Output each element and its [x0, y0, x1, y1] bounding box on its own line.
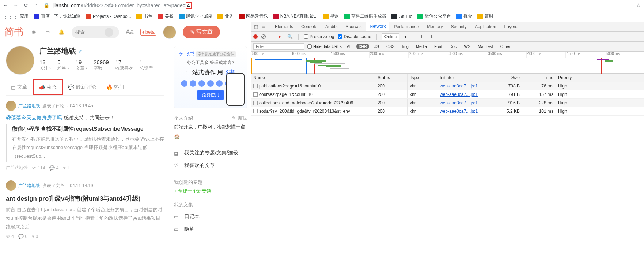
initiator-link[interactable]: web-aae3ca7....js:1	[440, 92, 478, 97]
feed-author[interactable]: 广兰路地铁	[18, 183, 40, 189]
search-box[interactable]	[72, 26, 119, 38]
forward-icon[interactable]: →	[12, 2, 19, 9]
site-logo[interactable]: 简书	[4, 26, 23, 38]
preserve-log-checkbox[interactable]: Preserve log	[304, 34, 334, 39]
bookmark-item[interactable]: 百度一下，你就知道	[34, 13, 80, 19]
back-icon[interactable]: ←	[2, 2, 9, 9]
col-time[interactable]: Time	[522, 74, 556, 82]
font-size-icon[interactable]: Aa	[126, 28, 134, 36]
stat-follow[interactable]: 13关注 ›	[39, 59, 51, 71]
bookmark-item[interactable]: 草料二维码生成器	[344, 13, 386, 19]
initiator-link[interactable]: web-aae3ca7....js:1	[440, 83, 478, 89]
user-avatar[interactable]	[163, 26, 176, 39]
stat-fans[interactable]: 5粉丝 ›	[57, 59, 69, 71]
tab-performance[interactable]: Performance	[390, 22, 423, 31]
reload-icon[interactable]: ⟳	[23, 2, 29, 9]
filter-icon[interactable]: ▼	[276, 33, 283, 40]
tab-comments[interactable]: 💬最新评论	[63, 79, 101, 95]
filter-ws[interactable]: WS	[462, 44, 473, 49]
chevron-down-icon[interactable]: ▼	[403, 34, 408, 39]
filter-doc[interactable]: Doc	[447, 44, 459, 49]
bookmark-item[interactable]: GitHub	[391, 14, 412, 19]
ad-card[interactable]: ✈ 飞书 字节跳动旗下办公套件 办公工具多 管理成本高? 一站式协作 用飞书 免…	[174, 46, 247, 108]
home-icon[interactable]: 🏠	[174, 134, 180, 139]
tab-activity[interactable]: 📣动态	[33, 79, 63, 95]
search-icon[interactable]	[105, 28, 113, 37]
bookmark-item[interactable]: 暂时	[477, 13, 493, 19]
filter-css[interactable]: CSS	[384, 44, 397, 49]
stat-articles[interactable]: 19文章 ›	[76, 59, 87, 71]
wenji-item[interactable]: ▭随笔	[174, 223, 247, 235]
bookmark-item[interactable]: 微信公众平台	[417, 13, 451, 19]
col-name[interactable]: Name	[251, 74, 375, 82]
feed-avatar[interactable]	[6, 180, 16, 191]
bookmark-item[interactable]: 网易云音乐	[239, 13, 268, 19]
tab-memory[interactable]: Memory	[423, 22, 446, 31]
bookmark-item[interactable]: Projects · Dashbo...	[86, 14, 131, 19]
filter-all[interactable]: All	[345, 44, 353, 49]
bookmark-item[interactable]: 美餐	[158, 13, 174, 19]
tab-console[interactable]: Console	[298, 22, 321, 31]
hide-data-checkbox[interactable]: Hide data URLs	[307, 44, 342, 49]
bookmark-item[interactable]: 业务	[217, 13, 234, 19]
table-row[interactable]: sodar?sv=200&tid=gda&tv=r20200413&st=env…	[251, 107, 644, 116]
bell-icon[interactable]: 🔔	[58, 29, 65, 36]
feed-title[interactable]: ant design pro升级v4指南(附umi3与antd4升级)	[6, 194, 164, 203]
side-followed[interactable]: ▦我关注的专题/文集/连载	[174, 147, 247, 159]
table-row[interactable]: collections_and_notebooks?slug=ddd82379f…	[251, 99, 644, 107]
inspect-icon[interactable]: ⬚	[253, 23, 259, 30]
col-type[interactable]: Type	[408, 74, 437, 82]
tab-sources[interactable]: Sources	[342, 22, 365, 31]
filter-js[interactable]: JS	[372, 44, 381, 49]
beta-badge[interactable]: ♦beta	[140, 29, 156, 36]
filter-xhr[interactable]: XHR	[356, 44, 369, 49]
download-icon[interactable]: ⬇	[428, 33, 435, 40]
initiator-link[interactable]: web-aae3ca7....js:1	[440, 100, 478, 105]
filter-font[interactable]: Font	[432, 44, 444, 49]
write-button[interactable]: ✎ 写文章	[183, 26, 220, 38]
record-icon[interactable]	[253, 34, 258, 39]
bookmark-item[interactable]: 腾讯企业邮箱	[179, 13, 212, 19]
book-icon[interactable]: ▭	[44, 29, 51, 36]
bookmark-item[interactable]: 书包	[136, 13, 152, 19]
tab-articles[interactable]: ▤文章	[6, 79, 33, 95]
clear-icon[interactable]	[261, 34, 266, 39]
bookmark-item[interactable]: NBA,NBA直播,最...	[273, 13, 318, 19]
search-icon[interactable]: 🔍	[287, 33, 293, 40]
table-row[interactable]: publications?page=1&count=10200xhrweb-aa…	[251, 82, 644, 90]
col-size[interactable]: Size	[486, 74, 522, 82]
col-priority[interactable]: Priority	[556, 74, 644, 82]
filter-img[interactable]: Img	[400, 44, 411, 49]
filter-other[interactable]: Other	[498, 44, 513, 49]
tab-application[interactable]: Application	[471, 22, 500, 31]
tab-elements[interactable]: Elements	[271, 22, 297, 31]
initiator-link[interactable]: web-aae3ca7....js:1	[440, 109, 478, 114]
filter-media[interactable]: Media	[414, 44, 429, 49]
tab-audits[interactable]: Audits	[322, 22, 341, 31]
add-topic-link[interactable]: + 创建一个新专题	[174, 188, 247, 194]
mention-link[interactable]: @荡荡今天去健身房了吗	[6, 115, 62, 120]
home-icon[interactable]: ⌂	[33, 2, 39, 9]
profile-avatar[interactable]	[6, 46, 34, 75]
quote-card[interactable]: 微信小程序 查找不到属性requestSubscribeMessage 在开发小…	[6, 124, 164, 162]
upload-icon[interactable]: ⬆	[418, 33, 425, 40]
bookmark-item[interactable]: 早课	[323, 13, 339, 19]
url-text[interactable]: jianshu.com/u/ddd82379f406?order_by=shar…	[53, 3, 192, 8]
col-status[interactable]: Status	[375, 74, 408, 82]
tab-security[interactable]: Security	[447, 22, 470, 31]
wenji-item[interactable]: ▭日记本	[174, 210, 247, 223]
tab-hot[interactable]: 🔥热门	[101, 79, 129, 95]
side-liked[interactable]: ♡我喜欢的文章	[174, 159, 247, 172]
compass-icon[interactable]: ◉	[30, 29, 37, 36]
star-icon[interactable]: ☆	[635, 2, 642, 9]
throttle-select[interactable]: Online	[382, 33, 400, 40]
filter-manifest[interactable]: Manifest	[476, 44, 495, 49]
ad-button[interactable]: 免费使用	[197, 90, 224, 100]
search-input[interactable]	[75, 29, 105, 35]
edit-link[interactable]: ✎ 编辑	[232, 115, 247, 122]
filter-input[interactable]	[253, 43, 304, 50]
apps-icon[interactable]: ⋮⋮⋮应用	[3, 13, 29, 19]
tab-layers[interactable]: Layers	[501, 22, 521, 31]
network-timeline[interactable]: 500 ms 1000 ms 1500 ms 2000 ms 2500 ms 3…	[251, 52, 644, 74]
device-icon[interactable]: ▭	[260, 23, 266, 30]
